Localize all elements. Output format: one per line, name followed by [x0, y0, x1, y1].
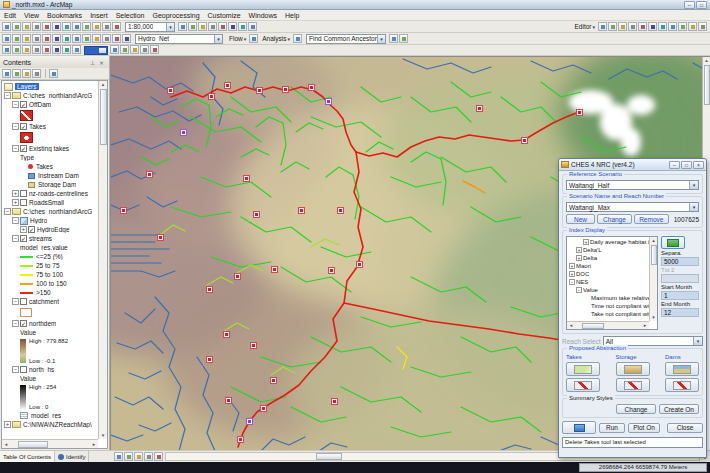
toolbar-button-icon[interactable]	[102, 22, 111, 31]
toolbar-button-icon[interactable]	[120, 45, 129, 54]
index-tree-item[interactable]: Take not compliant with NES	[568, 310, 649, 318]
tree-vertical-scrollbar[interactable]: ▴▾	[649, 237, 657, 321]
view-toggle-buttons[interactable]	[114, 452, 164, 462]
chevron-down-icon[interactable]: ▾	[377, 35, 385, 43]
toolbar-button-icon[interactable]	[638, 22, 647, 31]
chevron-down-icon[interactable]: ▾	[693, 337, 702, 345]
menu-geoprocessing[interactable]: Geoprocessing	[148, 12, 203, 19]
toolbar-button-icon[interactable]	[72, 34, 81, 43]
toolbar-button-icon[interactable]	[124, 452, 133, 461]
highlighted-combo[interactable]	[84, 46, 108, 55]
toolbar-button-icon[interactable]	[238, 22, 247, 31]
toc-item-roadssmall[interactable]: +RoadsSmall	[2, 198, 98, 207]
toolbar-button-icon[interactable]	[112, 34, 121, 43]
index-tree-item[interactable]: +Delta'L	[568, 246, 649, 254]
scroll-down-icon[interactable]: ▾	[99, 432, 107, 439]
restore-icon[interactable]: □	[681, 161, 692, 169]
scrollbar-thumb[interactable]	[100, 89, 107, 145]
index-tree-item[interactable]: +Daily average habitat increa	[568, 238, 649, 246]
toolbar-button-icon[interactable]	[228, 22, 237, 31]
index-tree-item[interactable]: −Value	[568, 286, 649, 294]
editor-menu-button[interactable]: Editor▾	[572, 23, 599, 30]
toolbar-button-icon[interactable]	[92, 34, 101, 43]
toolbar-button-icon[interactable]	[198, 22, 207, 31]
toolbar-button-icon[interactable]	[389, 34, 398, 43]
toolbar-button-icon[interactable]	[648, 22, 657, 31]
toc-vertical-scrollbar[interactable]: ▴ ▾	[98, 81, 107, 439]
toolbar-button-icon[interactable]	[188, 22, 197, 31]
scroll-right-icon[interactable]: ▸	[641, 322, 649, 329]
toc-item-nz-roads-centrelines[interactable]: +nz-roads-centrelines	[2, 189, 98, 198]
toolbar-button-icon[interactable]	[52, 22, 61, 31]
toolbar-button-icon[interactable]	[658, 22, 667, 31]
toolbar-button-icon[interactable]	[52, 34, 61, 43]
scale-combo[interactable]: 1:80,000▾	[125, 22, 175, 32]
index-tree-item[interactable]: +DOC	[568, 270, 649, 278]
reference-scenario-combo[interactable]: Waitangi_Half ▾	[566, 180, 699, 190]
scroll-up-icon[interactable]: ▴	[703, 57, 710, 64]
toolbar-button-icon[interactable]	[2, 69, 11, 78]
restore-icon[interactable]: □	[696, 1, 707, 9]
index-refresh-button[interactable]	[661, 236, 685, 249]
toc-item-c-niwa-nzreachmap[interactable]: +C:\NIWA\NZReachMap\	[2, 420, 98, 429]
flow-menu-button[interactable]: Flow▾	[226, 35, 249, 42]
toolbar-button-icon[interactable]	[208, 22, 217, 31]
analysis-menu-button[interactable]: Analysis▾	[259, 35, 293, 42]
toolbar-button-icon[interactable]	[698, 22, 707, 31]
separation-field[interactable]: 5000	[661, 257, 699, 266]
layout-tool-button[interactable]	[562, 421, 596, 434]
new-scenario-button[interactable]: New	[566, 214, 595, 224]
toolbar-button-icon[interactable]	[154, 452, 163, 461]
toc-item-hydroedge[interactable]: +✓HydroEdge	[2, 225, 98, 234]
toolbar-button-icon[interactable]	[32, 34, 41, 43]
toolbar-button-icon[interactable]	[150, 45, 159, 54]
toolbar-button-icon[interactable]	[130, 45, 139, 54]
chevron-down-icon[interactable]: ▾	[689, 203, 698, 211]
menu-bookmarks[interactable]: Bookmarks	[43, 12, 86, 19]
toolbar-button-icon[interactable]	[112, 22, 121, 31]
toc-item-hydro[interactable]: −Hydro	[2, 216, 98, 225]
scroll-left-icon[interactable]: ◂	[2, 441, 10, 448]
remove-scenario-button[interactable]: Remove	[634, 214, 669, 224]
toolbar-button-icon[interactable]	[62, 34, 71, 43]
run-button[interactable]: Run	[599, 423, 625, 433]
toolbar-button-icon[interactable]	[49, 69, 58, 78]
toolbar-button-icon[interactable]	[628, 22, 637, 31]
menu-view[interactable]: View	[20, 12, 43, 19]
create-takes-button[interactable]	[566, 362, 600, 376]
network-combo[interactable]: Hydro_Net▾	[135, 34, 223, 44]
toc-item-northdem[interactable]: −✓northdem	[2, 319, 98, 328]
toolbar-button-icon[interactable]	[22, 69, 31, 78]
toolbar-button-icon[interactable]	[82, 22, 91, 31]
toc-item-layers[interactable]: Layers	[2, 82, 98, 91]
toolbar-button-icon[interactable]	[122, 34, 131, 43]
toolbar-button-icon[interactable]	[52, 45, 61, 54]
toc-item-c-ches-northland-arcg[interactable]: −C:\ches_northland\ArcG	[2, 207, 98, 216]
toc-item-catchment[interactable]: −catchment	[2, 297, 98, 306]
toc-item-streams[interactable]: −✓streams	[2, 234, 98, 243]
toolbar-button-icon[interactable]	[42, 45, 51, 54]
toc-item-existing-takes[interactable]: −✓Existing takes	[2, 144, 98, 153]
toolbar-button-icon[interactable]	[12, 69, 21, 78]
toolbar-button-icon[interactable]	[62, 22, 71, 31]
toolbar-button-icon[interactable]	[248, 22, 257, 31]
toolbar-button-icon[interactable]	[178, 22, 187, 31]
trace-task-combo[interactable]: Find Common Ancestors▾	[306, 34, 386, 44]
pin-icon[interactable]: ⊥	[88, 59, 97, 66]
chevron-down-icon[interactable]: ▾	[214, 35, 222, 43]
chevron-down-icon[interactable]: ▾	[166, 23, 174, 31]
toolbar-button-icon[interactable]	[42, 22, 51, 31]
toolbar-button-icon[interactable]	[72, 22, 81, 31]
scroll-down-icon[interactable]: ▾	[650, 314, 658, 321]
toolbar-button-icon[interactable]	[678, 22, 687, 31]
toolbar-button-icon[interactable]	[134, 452, 143, 461]
menu-insert[interactable]: Insert	[86, 12, 112, 19]
toc-item-c-ches-northland-arcg[interactable]: −C:\ches_northland\ArcG	[2, 91, 98, 100]
menu-edit[interactable]: Edit	[0, 12, 20, 19]
menu-windows[interactable]: Windows	[245, 12, 281, 19]
tree-horizontal-scrollbar[interactable]: ◂▸	[567, 321, 649, 329]
menu-help[interactable]: Help	[281, 12, 303, 19]
close-button[interactable]: Close	[667, 423, 703, 433]
start-month-field[interactable]: 1	[661, 291, 699, 300]
toolbar-button-icon[interactable]	[12, 45, 21, 54]
